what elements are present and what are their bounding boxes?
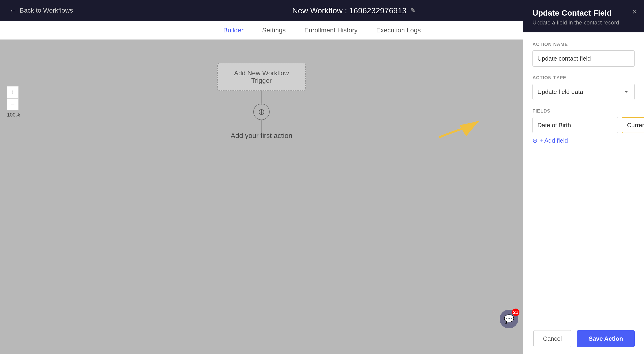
chat-icon: 💬 [504, 314, 514, 324]
add-field-label: + Add field [540, 137, 568, 144]
field-name-input[interactable] [532, 117, 618, 133]
panel-close-button[interactable]: × [632, 7, 637, 17]
trigger-node[interactable]: Add New WorkflowTrigger [217, 63, 306, 91]
action-type-label: ACTION TYPE [532, 75, 635, 80]
back-to-workflows-link[interactable]: ← Back to Workflows [9, 6, 73, 15]
add-first-action-label: Add your first action [230, 132, 292, 140]
field-value-select[interactable]: Current Date [622, 117, 644, 133]
chat-badge[interactable]: 💬 21 [500, 310, 518, 328]
panel-subtitle: Update a field in the contact record [532, 19, 635, 26]
zoom-out-button[interactable]: − [7, 98, 19, 110]
tab-execution-logs[interactable]: Execution Logs [374, 27, 423, 39]
save-action-button[interactable]: Save Action [577, 330, 635, 347]
right-panel: Update Contact Field Update a field in t… [523, 0, 644, 354]
cancel-button[interactable]: Cancel [534, 330, 571, 347]
tab-settings[interactable]: Settings [260, 27, 288, 39]
action-name-label: ACTION NAME [532, 42, 635, 47]
zoom-level-label: 100% [7, 112, 20, 118]
add-field-button[interactable]: ⊕ + Add field [532, 137, 568, 144]
zoom-in-button[interactable]: + [7, 86, 19, 98]
add-field-icon: ⊕ [532, 137, 538, 144]
add-action-icon: ⊕ [258, 107, 265, 117]
back-link-label: Back to Workflows [20, 7, 73, 14]
action-name-section: ACTION NAME [532, 42, 635, 67]
action-name-input[interactable] [532, 50, 635, 67]
action-type-select[interactable]: Update field data [532, 84, 635, 100]
workflow-title: New Workflow : 1696232976913 [292, 6, 406, 15]
add-action-button[interactable]: ⊕ [253, 104, 270, 120]
tab-builder[interactable]: Builder [221, 27, 246, 39]
trigger-node-label: Add New WorkflowTrigger [234, 70, 289, 84]
canvas-area: + − 100% Add New WorkflowTrigger ⊕ Add y… [0, 40, 523, 354]
fields-section: FIELDS Current Date 🗑 ⊕ + Add field [532, 108, 635, 144]
chat-badge-count: 21 [512, 308, 520, 316]
action-type-section: ACTION TYPE Update field data [532, 75, 635, 100]
tab-enrollment-history[interactable]: Enrollment History [302, 27, 360, 39]
zoom-controls: + − 100% [7, 86, 20, 118]
panel-footer: Cancel Save Action [523, 323, 644, 354]
connector-line-1 [261, 91, 262, 105]
panel-body: ACTION NAME ACTION TYPE Update field dat… [523, 32, 644, 323]
panel-header: Update Contact Field Update a field in t… [523, 0, 644, 32]
back-arrow-icon: ← [9, 6, 17, 15]
edit-title-icon[interactable]: ✎ [410, 7, 416, 15]
panel-title: Update Contact Field [532, 9, 635, 18]
field-row: Current Date 🗑 [532, 117, 635, 133]
fields-label: FIELDS [532, 108, 635, 114]
